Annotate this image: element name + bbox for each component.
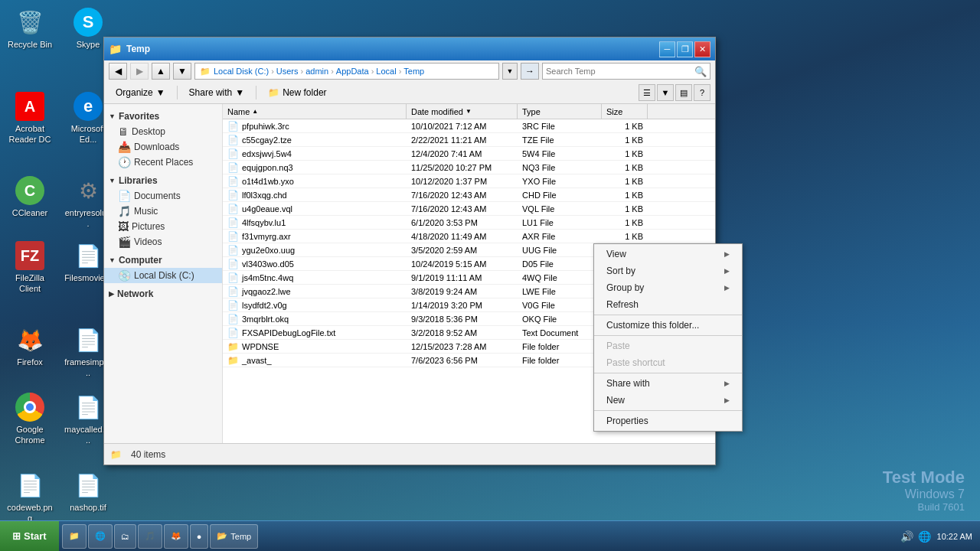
preview-pane-button[interactable]: ▤ — [675, 84, 692, 101]
crumb-local[interactable]: Local — [376, 67, 396, 76]
volume-icon[interactable]: 🔊 — [900, 530, 913, 543]
desktop-icon-ccleaner[interactable]: CCCleaner — [3, 172, 57, 221]
new-folder-label: New folder — [283, 87, 326, 98]
file-date-cell: 6/1/2020 3:53 PM — [407, 218, 518, 227]
desktop-icon-acrobat[interactable]: AAcrobat Reader DC — [3, 88, 57, 148]
desktop-icon-firefox[interactable]: 🦊Firefox — [3, 321, 57, 370]
libraries-header[interactable]: ▼ Libraries — [104, 173, 222, 188]
file-row[interactable]: 📄 u4g0eaue.vql 7/16/2020 12:43 AM VQL Fi… — [223, 202, 715, 216]
go-button[interactable]: → — [521, 63, 539, 80]
crumb-temp[interactable]: Temp — [403, 67, 424, 76]
menu-item-group-by[interactable]: Group by▶ — [594, 279, 742, 296]
clock-area[interactable]: 10:22 AM — [937, 532, 975, 541]
menu-item-label: Group by — [606, 282, 644, 293]
menu-item-sort-by[interactable]: Sort by▶ — [594, 262, 742, 279]
file-name: js4m5tnc.4wq — [242, 273, 293, 282]
taskbar-item-ie[interactable]: 🌐 — [88, 524, 113, 549]
desktop-icon-google-chrome[interactable]: Google Chrome — [3, 389, 57, 449]
view-details-button[interactable]: ☰ — [639, 84, 655, 101]
file-name-cell: 📄 3mqrblrt.okq — [223, 314, 407, 324]
col-header-size[interactable]: Size — [602, 104, 648, 119]
back-button[interactable]: ◀ — [109, 63, 127, 80]
col-header-type[interactable]: Type — [518, 104, 602, 119]
sidebar-item-documents[interactable]: 📄 Documents — [104, 188, 222, 204]
firefox-label: Firefox — [17, 357, 43, 367]
menu-item-refresh[interactable]: Refresh — [594, 296, 742, 313]
address-bar[interactable]: 📁 Local Disk (C:) › Users › admin › AppD… — [194, 63, 499, 80]
file-size-cell: 1 KB — [602, 218, 648, 227]
file-size-cell: 1 KB — [602, 204, 648, 214]
menu-item-customize-this-folder[interactable]: Customize this folder... — [594, 317, 742, 334]
col-header-date[interactable]: Date modified ▼ — [407, 104, 518, 119]
share-with-button[interactable]: Share with ▼ — [182, 83, 252, 102]
taskbar-item-windows-explorer[interactable]: 🗂 — [114, 524, 136, 549]
menu-item-share-with[interactable]: Share with▶ — [594, 375, 742, 392]
view-more-button[interactable]: ▼ — [657, 84, 674, 101]
minimize-button[interactable]: ─ — [659, 41, 675, 57]
new-folder-button[interactable]: 📁 New folder — [261, 83, 333, 102]
search-bar[interactable]: 🔍 — [542, 63, 710, 80]
file-row[interactable]: 📄 f31vmyrg.axr 4/18/2020 11:49 AM AXR Fi… — [223, 230, 715, 243]
taskbar-task-firefox[interactable]: 🦊 — [164, 524, 188, 549]
up-button[interactable]: ▲ — [152, 63, 170, 80]
sidebar-item-videos[interactable]: 🎬 Videos — [104, 234, 222, 249]
taskbar-item-media[interactable]: 🎵 — [138, 524, 162, 549]
sidebar-item-desktop[interactable]: 🖥 Desktop — [104, 124, 222, 139]
crumb-admin[interactable]: admin — [305, 67, 328, 76]
recent-button[interactable]: ▼ — [173, 63, 191, 80]
file-row[interactable]: 📄 lf0l3xqg.chd 7/16/2020 12:43 AM CHD Fi… — [223, 188, 715, 202]
file-type-icon: 📁 — [227, 341, 239, 352]
menu-item-new[interactable]: New▶ — [594, 392, 742, 409]
col-header-name[interactable]: Name ▲ — [223, 104, 407, 119]
forward-button[interactable]: ▶ — [130, 63, 149, 80]
file-type-icon: 📄 — [227, 245, 239, 256]
organize-button[interactable]: Organize ▼ — [109, 83, 172, 102]
menu-item-paste: Paste — [594, 337, 742, 354]
desktop-icon-filezilla[interactable]: FZFileZilla Client — [3, 237, 57, 298]
file-row[interactable]: 📄 edxsjwvj.5w4 12/4/2020 7:41 AM 5W4 Fil… — [223, 147, 715, 161]
file-type-cell: 4WQ File — [518, 273, 602, 282]
menu-item-properties[interactable]: Properties — [594, 412, 742, 429]
search-icon[interactable]: 🔍 — [694, 66, 707, 77]
taskbar-task-chrome[interactable]: ● — [190, 524, 209, 549]
ie-icon: 🌐 — [95, 531, 106, 541]
network-arrow: ▶ — [109, 290, 114, 298]
desktop-icon-nashop[interactable]: 📄nashop.tif — [61, 467, 115, 516]
restore-button[interactable]: ❐ — [677, 41, 693, 57]
file-name-cell: 📄 edxsjwvj.5w4 — [223, 148, 407, 159]
network-header[interactable]: ▶ Network — [104, 286, 222, 302]
file-type-cell: File folder — [518, 356, 602, 365]
close-button[interactable]: ✕ — [694, 41, 710, 57]
sidebar-item-downloads[interactable]: 📥 Downloads — [104, 139, 222, 155]
taskbar-item-explorer[interactable]: 📁 — [62, 524, 87, 549]
crumb-users[interactable]: Users — [276, 67, 299, 76]
music-icon: 🎵 — [118, 205, 131, 217]
file-row[interactable]: 📄 o1t4d1wb.yxo 10/12/2020 1:37 PM YXO Fi… — [223, 174, 715, 188]
start-button[interactable]: ⊞ Start — [0, 521, 59, 552]
sidebar-item-pictures[interactable]: 🖼 Pictures — [104, 219, 222, 234]
network-icon[interactable]: 🌐 — [918, 530, 931, 543]
file-name-cell: 📁 WPDNSE — [223, 341, 407, 352]
libraries-label: Libraries — [119, 175, 158, 186]
file-row[interactable]: 📄 equjgpon.nq3 11/25/2020 10:27 PM NQ3 F… — [223, 161, 715, 174]
favorites-header[interactable]: ▼ Favorites — [104, 109, 222, 124]
file-type-cell: OKQ File — [518, 315, 602, 324]
sidebar-item-local-disk[interactable]: 💿 Local Disk (C:) — [104, 268, 222, 283]
desktop-icon-codeweb[interactable]: 📄codeweb.png — [3, 467, 57, 527]
menu-item-view[interactable]: View▶ — [594, 246, 742, 262]
sidebar-item-recent-places[interactable]: 🕐 Recent Places — [104, 155, 222, 170]
file-row[interactable]: 📄 4lfsqybv.lu1 6/1/2020 3:53 PM LU1 File… — [223, 216, 715, 230]
search-input[interactable] — [546, 67, 694, 76]
computer-header[interactable]: ▼ Computer — [104, 253, 222, 268]
crumb-local-disk[interactable]: Local Disk (C:) — [214, 67, 269, 76]
file-row[interactable]: 📄 pfpuhiwk.3rc 10/10/2021 7:12 AM 3RC Fi… — [223, 119, 715, 133]
sidebar-item-music[interactable]: 🎵 Music — [104, 204, 222, 219]
file-row[interactable]: 📄 c55cgay2.tze 2/22/2021 11:21 AM TZE Fi… — [223, 133, 715, 147]
file-date-cell: 9/1/2019 11:11 AM — [407, 273, 518, 282]
taskbar-task-temp[interactable]: 📂 Temp — [210, 524, 258, 549]
desktop-icon-recycle-bin[interactable]: 🗑️Recycle Bin — [3, 4, 57, 53]
help-button[interactable]: ? — [694, 84, 710, 101]
window-title-icon: 📁 — [109, 43, 122, 55]
crumb-appdata[interactable]: AppData — [336, 67, 369, 76]
address-dropdown[interactable]: ▼ — [502, 63, 518, 80]
